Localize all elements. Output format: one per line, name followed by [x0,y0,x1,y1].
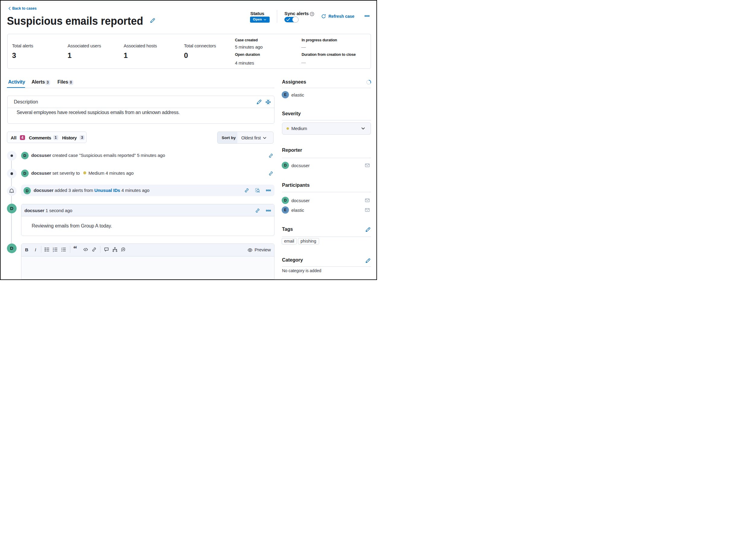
svg-text:?: ? [311,13,313,16]
svg-text:3: 3 [53,251,54,252]
